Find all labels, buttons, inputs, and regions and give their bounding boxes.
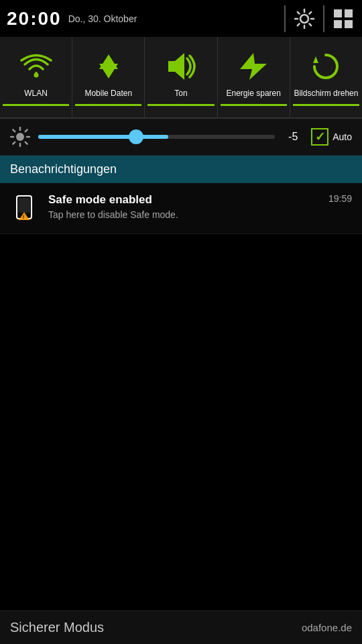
- svg-rect-21: [18, 198, 30, 213]
- qs-wlan-indicator: [3, 104, 69, 106]
- notification-content: Safe mode enabled Tap here to disable Sa…: [48, 193, 328, 220]
- mobile-data-icon: [92, 50, 125, 83]
- svg-rect-3: [334, 20, 342, 28]
- safe-mode-label: Sicherer Modus: [10, 620, 104, 635]
- brightness-thumb[interactable]: [129, 129, 143, 144]
- brightness-auto-container[interactable]: ✓ Auto: [311, 128, 352, 146]
- svg-marker-8: [168, 53, 184, 80]
- brightness-fill: [38, 135, 168, 139]
- energie-sparen-icon: [237, 50, 270, 83]
- qs-wlan-label: WLAN: [24, 89, 48, 99]
- svg-line-18: [13, 142, 15, 144]
- qs-energie-indicator: [221, 104, 287, 106]
- svg-line-15: [13, 129, 15, 131]
- ton-icon: [164, 50, 198, 83]
- svg-text:!: !: [23, 214, 25, 220]
- empty-area: [0, 234, 362, 563]
- notification-time: 19:59: [328, 193, 352, 204]
- quick-settings-panel: WLAN Mobile Daten Ton: [0, 37, 362, 119]
- svg-rect-4: [345, 20, 353, 28]
- svg-marker-9: [313, 56, 318, 63]
- notifications-header: Benachrichtigungen: [0, 156, 362, 183]
- safe-mode-icon: !: [10, 193, 40, 223]
- qs-mobile-data-label: Mobile Daten: [84, 89, 132, 99]
- separator: [284, 5, 286, 32]
- separator2: [323, 5, 324, 32]
- qs-wlan[interactable]: WLAN: [0, 37, 72, 117]
- qs-energie-label: Energie sparen: [227, 89, 281, 99]
- status-right: [281, 5, 355, 32]
- auto-label: Auto: [333, 131, 352, 142]
- notification-subtitle: Tap here to disable Safe mode.: [48, 209, 328, 220]
- bottom-bar: Sicherer Modus odafone.de: [0, 610, 362, 644]
- grid-icon[interactable]: [331, 7, 355, 31]
- notification-title: Safe mode enabled: [48, 193, 328, 207]
- brightness-value: -5: [283, 131, 303, 143]
- svg-line-17: [25, 129, 27, 131]
- brightness-bar: A -5 ✓ Auto: [0, 119, 362, 156]
- qs-ton[interactable]: Ton: [145, 37, 217, 117]
- svg-point-10: [16, 133, 24, 141]
- qs-mobile-indicator: [75, 104, 141, 106]
- brightness-slider[interactable]: [38, 135, 275, 139]
- qs-drehen-label: Bildschirm drehen: [294, 89, 358, 99]
- svg-marker-7: [99, 64, 118, 78]
- qs-mobile-data[interactable]: Mobile Daten: [72, 37, 145, 117]
- svg-line-16: [25, 142, 27, 144]
- carrier-label: odafone.de: [302, 622, 352, 633]
- settings-icon[interactable]: [292, 7, 316, 31]
- svg-point-5: [34, 72, 38, 77]
- auto-checkbox[interactable]: ✓: [311, 128, 328, 146]
- notification-item-safe-mode[interactable]: ! Safe mode enabled Tap here to disable …: [0, 183, 362, 234]
- bildschirm-drehen-icon: [309, 50, 343, 83]
- status-date: Do., 30. Oktober: [68, 13, 137, 24]
- qs-energie-sparen[interactable]: Energie sparen: [218, 37, 290, 117]
- qs-drehen-indicator: [293, 104, 359, 106]
- svg-rect-1: [334, 9, 342, 17]
- qs-ton-label: Ton: [174, 89, 187, 99]
- status-time: 20:00: [7, 8, 62, 30]
- svg-point-0: [300, 15, 308, 23]
- qs-ton-indicator: [147, 104, 214, 106]
- svg-rect-2: [345, 9, 353, 17]
- status-left: 20:00 Do., 30. Oktober: [7, 8, 137, 30]
- brightness-icon: A: [10, 127, 30, 147]
- notifications-title: Benachrichtigungen: [10, 162, 117, 176]
- status-bar: 20:00 Do., 30. Oktober: [0, 0, 362, 37]
- wlan-icon: [19, 50, 53, 83]
- qs-bildschirm-drehen[interactable]: Bildschirm drehen: [290, 37, 362, 117]
- checkbox-checkmark: ✓: [315, 129, 325, 144]
